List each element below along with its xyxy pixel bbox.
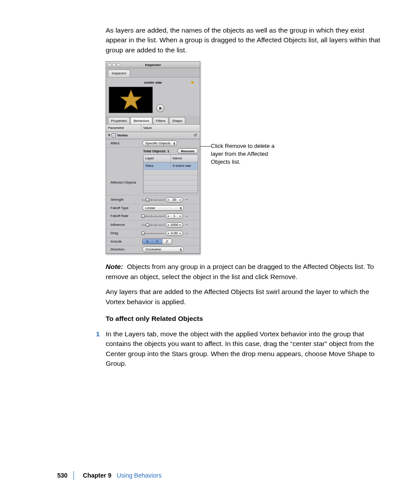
stepper-falloff-rate-value: 1 — [173, 213, 175, 219]
label-falloff-type: Falloff Type — [106, 205, 141, 212]
svg-marker-0 — [120, 90, 142, 110]
slider-drag[interactable] — [142, 231, 164, 236]
include-axes[interactable]: X Y Z — [142, 239, 172, 244]
slider-falloff-rate[interactable] — [142, 213, 164, 219]
label-affected-objects: Affected Objects — [106, 157, 141, 186]
stepper-strength-value: 30 — [173, 197, 177, 202]
remove-button[interactable]: Remove — [177, 148, 198, 154]
stepper-influence[interactable]: 1000 — [166, 222, 183, 228]
label-direction: Direction — [106, 246, 141, 253]
stepper-falloff-rate[interactable]: 1 — [166, 213, 183, 219]
chapter-title: Using Behaviors — [117, 471, 162, 480]
slider-influence[interactable] — [142, 222, 164, 228]
label-influence: Influence — [106, 221, 141, 228]
stepper-drag-value: 0.00 — [171, 231, 178, 236]
window-title: Inspector — [106, 63, 200, 68]
label-include: Include — [106, 238, 141, 245]
dropdown-affect-value: Specific Objects — [145, 141, 170, 146]
dropdown-direction[interactable]: Clockwise ▴▾ — [142, 246, 184, 252]
note-label: Note: — [106, 263, 123, 270]
cell-name: 5-sided star — [171, 162, 198, 169]
column-value: Value — [141, 125, 200, 132]
col-name: Name — [171, 155, 198, 162]
param-menu-icon[interactable]: – — [184, 221, 189, 228]
reset-icon[interactable]: ↺ — [194, 132, 197, 138]
step-number: 1 — [96, 329, 100, 339]
inspector-panel: Inspector Inspector center star 🔒 — [106, 61, 200, 254]
lock-icon[interactable]: 🔒 — [190, 79, 195, 85]
object-name: center star — [144, 81, 162, 85]
window-titlebar: Inspector — [106, 62, 200, 68]
paragraph-swirl: Any layers that are added to the Affecte… — [106, 287, 385, 307]
behavior-group-vortex[interactable]: ✓ Vortex ↺ — [106, 132, 200, 140]
figure-inspector: Inspector Inspector center star 🔒 — [106, 61, 385, 254]
param-menu-icon[interactable]: – — [184, 213, 189, 220]
preview-thumbnail — [109, 87, 153, 113]
axis-x[interactable]: X — [143, 239, 152, 244]
intro-paragraph: As layers are added, the names of the ob… — [106, 26, 385, 55]
col-layer: Layer — [144, 155, 171, 162]
total-objects-label: Total Objects: 1 — [143, 149, 169, 154]
label-strength: Strength — [106, 196, 141, 203]
column-parameter: Parameter — [106, 125, 141, 132]
axis-z[interactable]: Z — [162, 239, 172, 244]
page-number: 530 — [57, 471, 67, 480]
table-row[interactable]: Stars 5-sided star — [144, 162, 198, 170]
tab-properties[interactable]: Properties — [108, 117, 130, 125]
label-affect: Affect — [106, 140, 141, 147]
tab-inspector[interactable]: Inspector — [108, 70, 130, 77]
enable-checkbox[interactable]: ✓ — [112, 133, 116, 137]
cell-layer: Stars — [144, 162, 171, 169]
stepper-strength[interactable]: 30 — [166, 197, 183, 202]
label-drag: Drag — [106, 230, 141, 237]
label-falloff-rate: Falloff Rate — [106, 213, 141, 220]
page-footer: 530 Chapter 9 Using Behaviors — [57, 471, 162, 480]
stepper-influence-value: 1000 — [170, 222, 178, 228]
group-label: Vortex — [117, 133, 128, 138]
tab-filters[interactable]: Filters — [153, 117, 169, 125]
play-button[interactable] — [156, 104, 164, 112]
tab-behaviors[interactable]: Behaviors — [130, 117, 152, 125]
note-paragraph: Note: Objects from any group in a projec… — [106, 262, 385, 282]
affected-objects-table[interactable]: Layer Name Stars 5-sided star — [143, 155, 198, 193]
dropdown-direction-value: Clockwise — [145, 247, 161, 252]
dropdown-falloff-type-value: Linear — [145, 206, 155, 211]
step-heading: To affect only Related Objects — [106, 314, 385, 324]
tab-shape[interactable]: Shape — [169, 117, 185, 125]
step-body: In the Layers tab, move the object with … — [106, 330, 375, 367]
play-icon — [159, 107, 162, 110]
note-body: Objects from any group in a project can … — [106, 263, 374, 280]
chapter-label: Chapter 9 — [83, 471, 111, 480]
slider-strength[interactable] — [142, 197, 164, 202]
param-menu-icon[interactable]: – — [184, 230, 189, 237]
step-1: 1 In the Layers tab, move the object wit… — [106, 329, 385, 369]
callout-text: Click Remove to delete a layer from the … — [211, 143, 275, 165]
param-menu-icon[interactable]: – — [184, 196, 189, 203]
callout-remove: Click Remove to delete a layer from the … — [211, 142, 281, 166]
dropdown-affect[interactable]: Specific Objects ▴▾ — [142, 140, 177, 146]
axis-y[interactable]: Y — [152, 239, 162, 244]
stepper-drag[interactable]: 0.00 — [166, 231, 183, 236]
dropdown-falloff-type[interactable]: Linear ▴▾ — [142, 205, 184, 211]
star-icon — [119, 89, 143, 111]
disclosure-icon[interactable] — [108, 134, 111, 136]
